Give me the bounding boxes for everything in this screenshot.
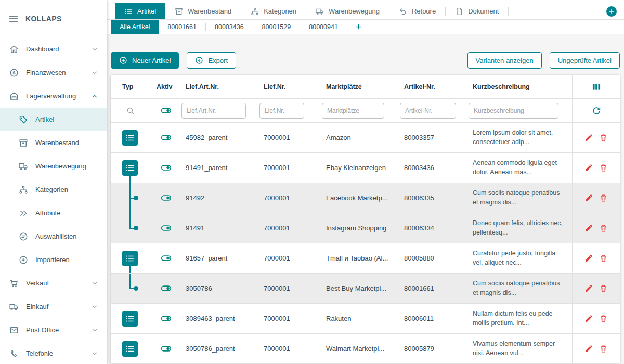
cell-typ: [111, 213, 150, 243]
sidebar-item-post-office[interactable]: Post Office: [0, 318, 107, 342]
sidebar-header: KOLLAPS: [0, 0, 107, 37]
delete-button[interactable]: [599, 163, 608, 172]
tab-label: Retoure: [412, 7, 436, 15]
active-toggle-icon[interactable]: [161, 343, 172, 354]
tree-line: [129, 198, 131, 213]
filter-lief-art-nr-input[interactable]: [181, 103, 246, 119]
sidebar-item-einkauf[interactable]: Einkauf: [0, 295, 107, 318]
edit-button[interactable]: [584, 163, 593, 172]
add-tab-button[interactable]: [606, 6, 617, 17]
delete-button[interactable]: [599, 284, 608, 293]
refresh-icon[interactable]: [592, 106, 601, 115]
table-row: 45982_parent 7000001 Amazon 80003357 Lor…: [111, 123, 620, 153]
filter-artikel-nr-input[interactable]: [400, 103, 456, 119]
delete-button[interactable]: [599, 344, 608, 353]
column-header-artikel-nr[interactable]: Artikel-Nr.: [400, 83, 469, 90]
show-variants-label: Varianten anzeigen: [476, 57, 534, 64]
export-icon: [195, 56, 203, 64]
edit-button[interactable]: [584, 284, 593, 293]
sidebar-item-attribute[interactable]: Attribute: [0, 201, 107, 225]
tab-warenbestand[interactable]: Warenbestand: [165, 3, 241, 19]
delete-button[interactable]: [599, 133, 608, 142]
expand-row-button[interactable]: [122, 251, 138, 266]
sidebar-item-telefonie[interactable]: Telefonie: [0, 342, 107, 364]
active-filter-toggle[interactable]: [161, 105, 172, 116]
plus-icon: [355, 23, 362, 30]
delete-button[interactable]: [599, 224, 608, 232]
edit-button[interactable]: [584, 193, 593, 202]
expand-row-button[interactable]: [122, 160, 138, 176]
delete-button[interactable]: [599, 254, 608, 263]
unchecked-articles-button[interactable]: Ungeprüfte Artikel: [550, 52, 620, 69]
cell-typ: [111, 274, 150, 303]
active-toggle-icon[interactable]: [161, 313, 172, 324]
cell-lief-nr: 7000001: [259, 164, 322, 172]
edit-button[interactable]: [584, 314, 593, 323]
column-header-lief-nr[interactable]: Lief.Nr.: [259, 83, 322, 90]
tree-node-dot: [134, 226, 138, 230]
active-toggle-icon[interactable]: [161, 253, 172, 264]
add-article-tab-button[interactable]: [347, 20, 370, 34]
subtab-80001529[interactable]: 80001529: [253, 20, 300, 34]
sidebar-item-lagerverwaltung[interactable]: Lagerverwaltung: [0, 84, 107, 108]
column-header-kurzbeschreibung[interactable]: Kurzbeschreibung: [469, 83, 572, 90]
hamburger-menu-icon[interactable]: [8, 14, 19, 24]
module-tabbar: Artikel Warenbestand Kategorien Warenbew…: [107, 0, 624, 20]
active-toggle-icon[interactable]: [161, 132, 172, 143]
expand-row-button[interactable]: [122, 130, 138, 146]
filter-kurzbeschreibung-input[interactable]: [469, 103, 558, 119]
column-header-lief-art-nr[interactable]: Lief.Art.Nr.: [181, 83, 259, 90]
column-header-marktpl-tze[interactable]: Marktplätze: [322, 83, 400, 90]
active-toggle-icon[interactable]: [161, 283, 172, 294]
sidebar-item-warenbewegung[interactable]: Warenbewegung: [0, 154, 107, 178]
filter-lief-nr-input[interactable]: [259, 103, 304, 119]
edit-button[interactable]: [584, 344, 593, 353]
sidebar-item-kategorien[interactable]: Kategorien: [0, 178, 107, 201]
new-article-button[interactable]: Neuer Artikel: [111, 52, 179, 69]
column-header-typ[interactable]: Typ: [111, 83, 150, 90]
svg-text:$: $: [12, 70, 15, 75]
tab-dokument[interactable]: Dokument: [446, 3, 508, 19]
active-toggle-icon[interactable]: [161, 162, 172, 173]
filter-marktplaetze-input[interactable]: [322, 103, 384, 119]
cell-marktplatz: Rakuten: [322, 315, 400, 322]
stock-icon: [175, 7, 183, 16]
finance-icon: $: [9, 68, 19, 77]
cell-artikel-nr: 80001661: [400, 284, 469, 292]
edit-button[interactable]: [584, 224, 593, 232]
sidebar-item-dashboard[interactable]: Dashboard: [0, 37, 107, 61]
sidebar-item-artikel[interactable]: Artikel: [0, 108, 107, 131]
subtab-80001661[interactable]: 80001661: [159, 20, 205, 34]
show-variants-button[interactable]: Varianten anzeigen: [467, 52, 542, 69]
subtab-80000941[interactable]: 80000941: [300, 20, 347, 34]
edit-button[interactable]: [584, 133, 593, 142]
columns-icon[interactable]: [591, 82, 602, 92]
tab-label: Artikel: [137, 7, 156, 15]
tab-kategorien[interactable]: Kategorien: [241, 3, 306, 19]
delete-button[interactable]: [599, 193, 608, 202]
sidebar-item-importieren[interactable]: Importieren: [0, 248, 107, 271]
active-toggle-icon[interactable]: [161, 223, 172, 233]
table-header-row: TypAktivLief.Art.Nr.Lief.Nr.MarktplätzeA…: [111, 75, 620, 99]
cell-typ: [111, 153, 150, 183]
sidebar-item-finanzwesen[interactable]: $ Finanzwesen: [0, 61, 107, 84]
active-toggle-icon[interactable]: [161, 192, 172, 203]
sidebar-item-warenbestand[interactable]: Warenbestand: [0, 131, 107, 154]
edit-button[interactable]: [584, 254, 593, 263]
sidebar-item-auswahllisten[interactable]: Auswahllisten: [0, 225, 107, 248]
cell-kurzbeschreibung: Curabitur pede justo, fringilla vel, ali…: [469, 249, 572, 267]
tree-line: [129, 183, 131, 198]
expand-row-button[interactable]: [122, 311, 138, 327]
sidebar-item-verkauf[interactable]: Verkauf: [0, 271, 107, 295]
tab-artikel[interactable]: Artikel: [115, 3, 165, 19]
column-header-aktiv[interactable]: Aktiv: [150, 83, 181, 90]
subtab-80003436[interactable]: 80003436: [206, 20, 253, 34]
cell-artikel-nr: 80003357: [400, 134, 469, 141]
subtab-alle-artikel[interactable]: Alle Artikel: [111, 20, 159, 34]
expand-row-button[interactable]: [122, 341, 138, 357]
tab-retoure[interactable]: Retoure: [389, 3, 445, 19]
tab-warenbewegung[interactable]: Warenbewegung: [306, 3, 389, 19]
export-button[interactable]: Export: [187, 52, 236, 69]
delete-button[interactable]: [599, 314, 608, 323]
tab-label: Kategorien: [264, 7, 296, 15]
